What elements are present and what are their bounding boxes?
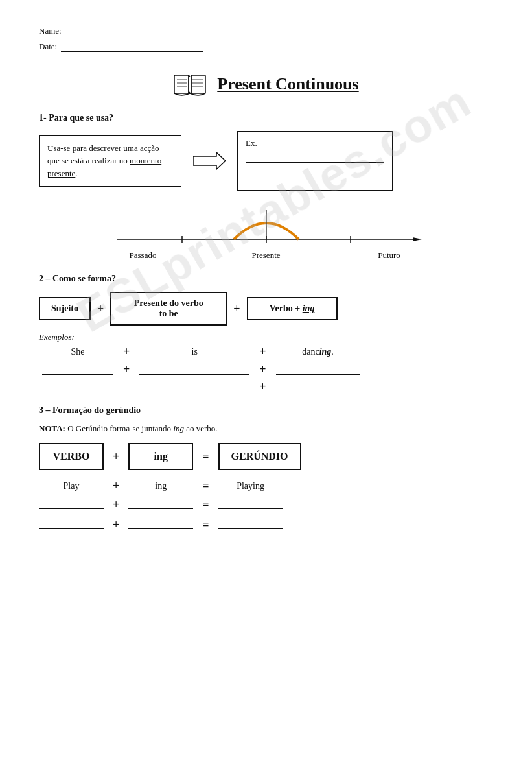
svg-rect-1 — [191, 75, 205, 93]
verbo-box: VERBO — [39, 443, 104, 470]
ger-blank2: + = — [39, 518, 493, 532]
ger-b2-eq: = — [202, 518, 209, 532]
ger-blank1: + = — [39, 498, 493, 512]
blank2b[interactable] — [136, 381, 253, 392]
label-passado: Passado — [104, 250, 182, 261]
ger-blank2c[interactable] — [218, 519, 283, 532]
ger-equals: = — [202, 450, 209, 464]
svg-marker-12 — [193, 152, 226, 169]
ing-box: ing — [128, 443, 193, 470]
ex-box: Ex. — [237, 131, 393, 191]
ger-blank1c[interactable] — [218, 499, 283, 512]
header-section: Present Continuous — [39, 71, 493, 97]
timeline-svg — [104, 204, 428, 249]
desc-box: Usa-se para descrever uma acção que se e… — [39, 135, 181, 187]
ger-ex1-ger: Playing — [218, 481, 283, 492]
date-label: Date: — [39, 41, 57, 52]
blank2-plus2: + — [259, 380, 266, 394]
blank2c[interactable] — [273, 381, 364, 392]
ger-ex1: Play + ing = Playing — [39, 479, 493, 493]
ger-ex1-equals: = — [202, 479, 209, 493]
book-icon — [173, 71, 207, 97]
section1-title: 1- Para que se usa? — [39, 113, 493, 123]
nota-end: ao verbo. — [184, 423, 218, 433]
ger-blank1b[interactable] — [128, 499, 193, 512]
ger-blank2a[interactable] — [39, 519, 104, 532]
to-be-line1: Presente do verbo — [121, 298, 216, 309]
ger-blank2b[interactable] — [128, 519, 193, 532]
ex-label: Ex. — [246, 138, 384, 148]
blank1c[interactable] — [273, 364, 364, 375]
ex1-plus2: + — [259, 345, 266, 359]
sujeito-box: Sujeito — [39, 297, 91, 320]
example-row-1: She + is + dancing. — [39, 345, 493, 359]
date-row: Date: — [39, 41, 493, 52]
ger-ex1-plus: + — [113, 479, 119, 493]
ger-plus: + — [113, 450, 119, 464]
section2-title: 2 – Como se forma? — [39, 274, 493, 284]
name-label: Name: — [39, 26, 62, 36]
section3-title: 3 – Formação do gerúndio — [39, 405, 493, 416]
ger-b2-plus: + — [113, 518, 119, 532]
nota-label: NOTA: — [39, 423, 65, 433]
blank1b[interactable] — [136, 364, 253, 375]
exemplos-label: Exemplos: — [39, 332, 493, 342]
nota-text: O Gerúndio forma-se juntando — [67, 423, 173, 433]
page-title: Present Continuous — [217, 75, 358, 94]
ing-text: ing — [303, 303, 315, 313]
svg-rect-0 — [174, 75, 189, 93]
gerundio-box: GERÚNDIO — [218, 443, 301, 470]
svg-marker-18 — [413, 237, 422, 241]
nota-row: NOTA: O Gerúndio forma-se juntando ing a… — [39, 423, 493, 434]
blank1-plus1: + — [123, 362, 130, 376]
label-futuro: Futuro — [351, 250, 428, 261]
nota-ing: ing — [173, 423, 184, 433]
ger-b1-plus: + — [113, 498, 119, 512]
section1: 1- Para que se usa? Usa-se para descreve… — [39, 113, 493, 191]
blank1a[interactable] — [39, 364, 117, 375]
section3: 3 – Formação do gerúndio NOTA: O Gerúndi… — [39, 405, 493, 532]
ger-ex1-verb: Play — [39, 481, 104, 492]
arrow-right-icon — [193, 151, 226, 171]
ex1-subject: She — [39, 347, 117, 357]
to-be-line2: to be — [121, 309, 216, 319]
ex1-plus1: + — [123, 345, 130, 359]
desc-end: . — [75, 169, 77, 178]
blank2a[interactable] — [39, 381, 117, 392]
verbo-ing-box: Verbo + ing — [247, 297, 338, 320]
gerundio-formula: VERBO + ing = GERÚNDIO — [39, 443, 493, 470]
ger-b1-eq: = — [202, 498, 209, 512]
ger-ex1-ing: ing — [128, 481, 193, 492]
formula-row: Sujeito + Presente do verbo to be + Verb… — [39, 292, 493, 326]
verbo-plus-text: Verbo + — [270, 303, 303, 313]
name-row: Name: — [39, 26, 493, 36]
desc-arrow-row: Usa-se para descrever uma acção que se e… — [39, 131, 493, 191]
ger-blank1a[interactable] — [39, 499, 104, 512]
timeline-labels: Passado Presente Futuro — [104, 250, 428, 261]
blank1-plus2: + — [259, 362, 266, 376]
blank-row-1: + + — [39, 362, 493, 376]
section2: 2 – Como se forma? Sujeito + Presente do… — [39, 274, 493, 394]
blank-row-2: + + — [39, 380, 493, 394]
ex1-verb: is — [136, 347, 253, 357]
plus1: + — [97, 302, 104, 316]
ex-line2[interactable] — [246, 168, 384, 178]
plus2: + — [233, 302, 240, 316]
label-presente: Presente — [227, 250, 305, 261]
name-line[interactable] — [65, 26, 493, 36]
date-line[interactable] — [61, 41, 203, 52]
ex-line1[interactable] — [246, 152, 384, 163]
timeline-section: Passado Presente Futuro — [39, 204, 493, 261]
to-be-box: Presente do verbo to be — [110, 292, 227, 326]
ex1-gerund: dancing. — [273, 347, 364, 357]
